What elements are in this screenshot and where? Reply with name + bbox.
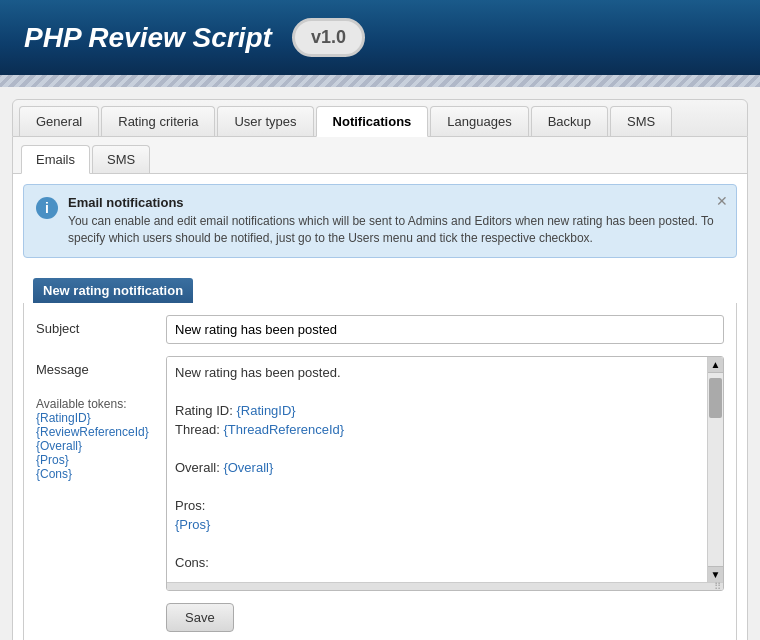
info-title: Email notifications — [68, 195, 724, 210]
token-cons: {Cons} — [36, 467, 156, 481]
message-textarea[interactable]: New rating has been posted. Rating ID: {… — [167, 357, 707, 582]
save-button[interactable]: Save — [166, 603, 234, 632]
msg-line-6: Overall: {Overall} — [175, 460, 699, 475]
msg-line-10 — [175, 536, 699, 551]
message-label: Message Available tokens: {RatingID} {Re… — [36, 356, 156, 481]
header: PHP Review Script v1.0 — [0, 0, 760, 75]
tab-rating-criteria[interactable]: Rating criteria — [101, 106, 215, 136]
token-pros: {Pros} — [36, 453, 156, 467]
msg-line-3: Rating ID: {RatingID} — [175, 403, 699, 418]
content-area: General Rating criteria User types Notif… — [0, 87, 760, 640]
msg-line-9: {Pros} — [175, 517, 699, 532]
subtab-emails[interactable]: Emails — [21, 145, 90, 174]
info-text: You can enable and edit email notificati… — [68, 213, 724, 247]
save-label-spacer — [36, 603, 156, 609]
tab-notifications[interactable]: Notifications — [316, 106, 429, 137]
form-area: Subject Message Available tokens: {Ratin… — [23, 303, 737, 640]
token-overall: {Overall} — [36, 439, 156, 453]
tab-languages[interactable]: Languages — [430, 106, 528, 136]
tab-general[interactable]: General — [19, 106, 99, 136]
tab-sms[interactable]: SMS — [610, 106, 672, 136]
app-title: PHP Review Script — [24, 22, 272, 54]
save-row: Save — [36, 603, 724, 632]
subject-row: Subject — [36, 315, 724, 344]
msg-line-4: Thread: {ThreadReferenceId} — [175, 422, 699, 437]
subject-input[interactable] — [166, 315, 724, 344]
msg-line-2 — [175, 384, 699, 399]
resize-handle[interactable]: ⠿ — [167, 582, 723, 590]
msg-line-5 — [175, 441, 699, 456]
section-header: New rating notification — [33, 278, 193, 303]
resize-icon: ⠿ — [714, 581, 721, 591]
save-button-wrap: Save — [166, 603, 724, 632]
inner-panel: Emails SMS i Email notifications You can… — [12, 137, 748, 640]
stripe-divider — [0, 75, 760, 87]
version-badge: v1.0 — [292, 18, 365, 57]
sub-tab-bar: Emails SMS — [13, 137, 747, 174]
info-box: i Email notifications You can enable and… — [23, 184, 737, 258]
section-header-wrap: New rating notification — [23, 268, 737, 303]
tab-user-types[interactable]: User types — [217, 106, 313, 136]
message-scrollbar[interactable]: ▲ ▼ — [707, 357, 723, 582]
scrollbar-down-button[interactable]: ▼ — [708, 566, 724, 582]
tab-backup[interactable]: Backup — [531, 106, 608, 136]
msg-line-11: Cons: — [175, 555, 699, 570]
token-reviewreferenceid: {ReviewReferenceId} — [36, 425, 156, 439]
close-icon[interactable]: ✕ — [716, 193, 728, 209]
scrollbar-thumb[interactable] — [709, 378, 722, 418]
tokens-label: Available tokens: — [36, 397, 156, 411]
info-icon: i — [36, 197, 58, 219]
scrollbar-up-button[interactable]: ▲ — [708, 357, 724, 373]
subject-label: Subject — [36, 315, 156, 336]
message-row: Message Available tokens: {RatingID} {Re… — [36, 356, 724, 591]
subject-input-wrap — [166, 315, 724, 344]
token-ratingid: {RatingID} — [36, 411, 156, 425]
info-content: Email notifications You can enable and e… — [68, 195, 724, 247]
msg-line-1: New rating has been posted. — [175, 365, 699, 380]
msg-line-7 — [175, 479, 699, 494]
msg-line-8: Pros: — [175, 498, 699, 513]
message-input-wrap: New rating has been posted. Rating ID: {… — [166, 356, 724, 591]
main-tab-bar: General Rating criteria User types Notif… — [12, 99, 748, 137]
subtab-sms[interactable]: SMS — [92, 145, 150, 173]
scrollbar-track — [708, 373, 723, 566]
